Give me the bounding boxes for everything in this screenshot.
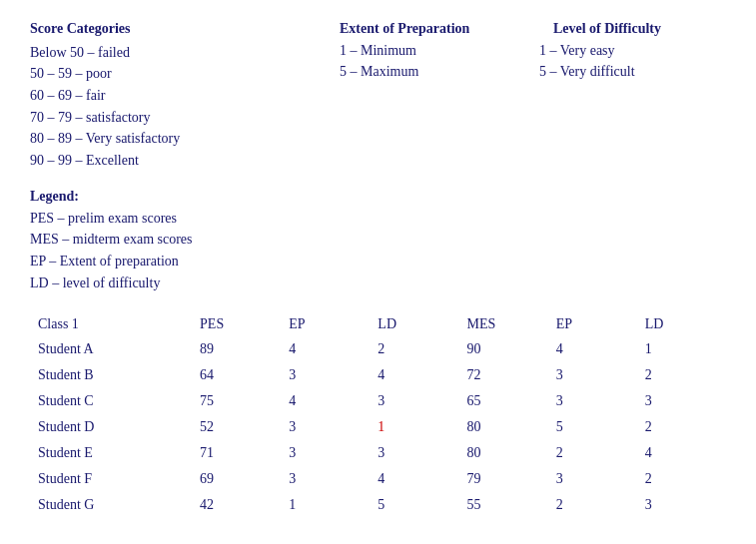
score-categories-title: Score Categories xyxy=(30,18,340,40)
difficulty-title: Level of Difficulty xyxy=(553,21,661,36)
table-row: Student A89429041 xyxy=(30,336,726,362)
table-cell: Student A xyxy=(30,336,192,362)
table-cell: 55 xyxy=(459,492,548,518)
table-cell: Student D xyxy=(30,414,192,440)
right-info-section: Extent of Preparation Level of Difficult… xyxy=(340,18,726,293)
difficulty-item-2: 5 – Very difficult xyxy=(539,61,726,83)
legend-title: Legend: xyxy=(30,186,340,208)
table-cell: 2 xyxy=(637,414,726,440)
table-row: Student G42155523 xyxy=(30,492,726,518)
table-cell: 4 xyxy=(281,388,370,414)
table-cell: 3 xyxy=(548,466,637,492)
table-cell: Student C xyxy=(30,388,192,414)
table-cell: 64 xyxy=(192,362,281,388)
table-cell: 42 xyxy=(192,492,281,518)
table-cell: 3 xyxy=(548,362,637,388)
col-mes: MES xyxy=(459,311,548,336)
table-cell: 3 xyxy=(281,362,370,388)
table-cell: 79 xyxy=(459,466,548,492)
data-table-section: Class 1 PES EP LD MES EP LD Student A894… xyxy=(30,311,726,518)
table-cell: 3 xyxy=(548,388,637,414)
legend-section: Legend: PES – prelim exam scores MES – m… xyxy=(30,186,340,293)
table-cell: 5 xyxy=(548,414,637,440)
col-pes: PES xyxy=(192,311,281,336)
score-cat-1: Below 50 – failed xyxy=(30,42,340,64)
table-cell: 80 xyxy=(459,440,548,466)
col-ep1: EP xyxy=(281,311,370,336)
legend-pes: PES – prelim exam scores xyxy=(30,208,340,230)
table-cell: 69 xyxy=(192,466,281,492)
table-body: Student A89429041Student B64347232Studen… xyxy=(30,336,726,518)
legend-ep: EP – Extent of preparation xyxy=(30,251,340,272)
table-cell: Student B xyxy=(30,362,192,388)
table-cell: 72 xyxy=(459,362,548,388)
table-cell: Student F xyxy=(30,466,192,492)
legend-mes: MES – midterm exam scores xyxy=(30,229,340,251)
table-cell: 2 xyxy=(548,440,637,466)
table-row: Student C75436533 xyxy=(30,388,726,414)
table-cell: 4 xyxy=(548,336,637,362)
table-cell: 1 xyxy=(370,414,458,440)
score-cat-5: 80 – 89 – Very satisfactory xyxy=(30,128,340,150)
table-cell: 80 xyxy=(459,414,548,440)
col-class: Class 1 xyxy=(30,311,192,336)
extent-item-1: 1 – Minimum xyxy=(340,40,539,62)
table-cell: 3 xyxy=(637,492,726,518)
score-categories-section: Score Categories Below 50 – failed 50 – … xyxy=(30,18,340,293)
table-cell: 90 xyxy=(459,336,548,362)
table-row: Student B64347232 xyxy=(30,362,726,388)
extent-item-2: 5 – Maximum xyxy=(340,61,539,83)
class-table: Class 1 PES EP LD MES EP LD Student A894… xyxy=(30,311,726,518)
difficulty-item-1: 1 – Very easy xyxy=(539,40,726,62)
table-cell: 3 xyxy=(281,466,370,492)
extent-title: Extent of Preparation xyxy=(340,21,469,36)
table-cell: 3 xyxy=(370,440,458,466)
table-cell: 5 xyxy=(370,492,458,518)
table-cell: 3 xyxy=(281,440,370,466)
table-cell: 2 xyxy=(637,362,726,388)
table-cell: 3 xyxy=(637,388,726,414)
table-row: Student F69347932 xyxy=(30,466,726,492)
table-cell: 52 xyxy=(192,414,281,440)
table-header-row: Class 1 PES EP LD MES EP LD xyxy=(30,311,726,336)
table-cell: Student G xyxy=(30,492,192,518)
table-cell: 75 xyxy=(192,388,281,414)
col-ep2: EP xyxy=(548,311,637,336)
table-cell: 2 xyxy=(637,466,726,492)
col-ld1: LD xyxy=(370,311,458,336)
table-cell: 71 xyxy=(192,440,281,466)
score-cat-2: 50 – 59 – poor xyxy=(30,63,340,85)
table-cell: 89 xyxy=(192,336,281,362)
table-row: Student D52318052 xyxy=(30,414,726,440)
table-cell: 3 xyxy=(370,388,458,414)
table-cell: 1 xyxy=(637,336,726,362)
legend-ld: LD – level of difficulty xyxy=(30,272,340,294)
table-cell: Student E xyxy=(30,440,192,466)
score-cat-6: 90 – 99 – Excellent xyxy=(30,150,340,172)
table-cell: 4 xyxy=(370,466,458,492)
table-cell: 3 xyxy=(281,414,370,440)
table-cell: 2 xyxy=(370,336,458,362)
col-ld2: LD xyxy=(637,311,726,336)
table-cell: 4 xyxy=(370,362,458,388)
table-cell: 65 xyxy=(459,388,548,414)
score-cat-3: 60 – 69 – fair xyxy=(30,85,340,107)
table-row: Student E71338024 xyxy=(30,440,726,466)
table-cell: 2 xyxy=(548,492,637,518)
table-cell: 4 xyxy=(281,336,370,362)
score-cat-4: 70 – 79 – satisfactory xyxy=(30,107,340,129)
table-cell: 4 xyxy=(637,440,726,466)
table-cell: 1 xyxy=(281,492,370,518)
